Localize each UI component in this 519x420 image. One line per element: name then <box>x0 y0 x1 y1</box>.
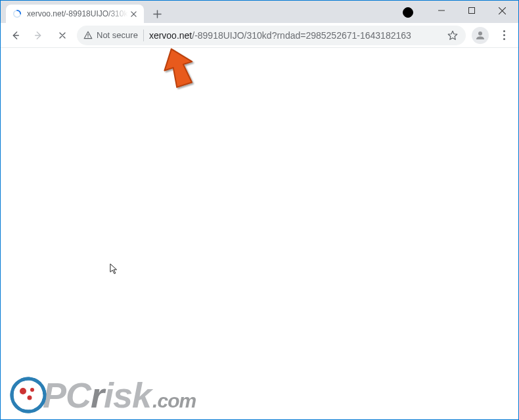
browser-tab[interactable]: xervoo.net/-89918UIJO/310kd?rn <box>6 5 144 23</box>
address-bar[interactable]: Not secure xervoo.net/-89918UIJO/310kd?r… <box>77 26 466 45</box>
extension-icon[interactable] <box>403 7 413 18</box>
minimize-button[interactable] <box>426 1 457 20</box>
url-path: /-89918UIJO/310kd?rndad=2985252671-16431… <box>192 30 411 41</box>
url-domain: xervoo.net <box>149 30 192 41</box>
window-controls <box>426 1 517 20</box>
svg-point-6 <box>87 37 88 37</box>
loading-spinner-icon <box>12 9 22 18</box>
new-tab-button[interactable] <box>148 5 166 23</box>
maximize-button[interactable] <box>457 1 487 20</box>
svg-rect-2 <box>469 8 475 14</box>
window-titlebar: xervoo.net/-89918UIJO/310kd?rn <box>1 1 518 23</box>
close-window-button[interactable] <box>487 1 517 20</box>
forward-button[interactable] <box>30 26 48 45</box>
kebab-menu-icon <box>503 30 505 40</box>
profile-button[interactable] <box>471 26 489 45</box>
tabs-strip: xervoo.net/-89918UIJO/310kd?rn <box>1 1 426 23</box>
url-text: xervoo.net/-89918UIJO/310kd?rndad=298525… <box>149 30 441 41</box>
tab-title: xervoo.net/-89918UIJO/310kd?rn <box>27 9 128 18</box>
security-indicator[interactable]: Not secure <box>83 30 144 41</box>
page-viewport <box>1 49 518 419</box>
tab-close-button[interactable] <box>128 9 139 19</box>
browser-toolbar: Not secure xervoo.net/-89918UIJO/310kd?r… <box>1 23 518 48</box>
bookmark-star-button[interactable] <box>446 29 459 42</box>
security-label: Not secure <box>97 30 138 40</box>
stop-reload-button[interactable] <box>53 26 72 45</box>
svg-point-7 <box>478 32 482 35</box>
avatar-icon <box>472 27 489 44</box>
menu-button[interactable] <box>495 26 513 45</box>
back-button[interactable] <box>6 26 24 45</box>
